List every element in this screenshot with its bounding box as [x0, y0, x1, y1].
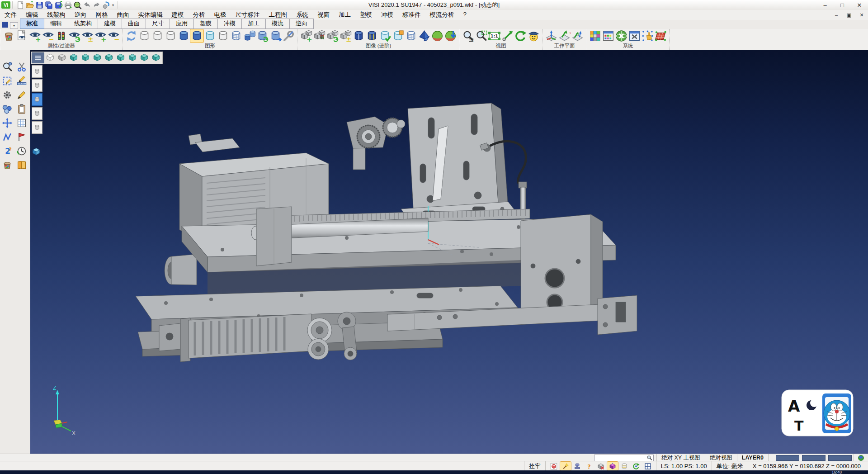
- menu-文件[interactable]: 文件: [0, 10, 21, 20]
- rotate-snap-button[interactable]: [631, 462, 642, 470]
- zoom-window-icon[interactable]: [475, 29, 488, 43]
- crop-frame-icon[interactable]: [2, 76, 13, 86]
- color-swatch-1[interactable]: [776, 455, 799, 461]
- workplane-align-icon[interactable]: [571, 29, 584, 43]
- eye-remove-icon[interactable]: −: [42, 29, 55, 43]
- cylinder-trash-icon[interactable]: [230, 29, 243, 43]
- cylinder-cyan-icon[interactable]: [203, 29, 217, 43]
- cylinder-check-icon[interactable]: [378, 29, 392, 43]
- book-icon[interactable]: [16, 160, 27, 171]
- lock-label[interactable]: 拴牢: [524, 461, 545, 471]
- grid-window-button[interactable]: [642, 462, 653, 470]
- doc-minimize-button[interactable]: –: [830, 11, 843, 19]
- tab-模流[interactable]: 模流: [265, 19, 290, 29]
- doc-close-button[interactable]: ✕: [855, 11, 868, 19]
- quick-access-dropdown-icon[interactable]: ▾: [110, 3, 116, 7]
- layer-stack-button[interactable]: [619, 462, 630, 470]
- zigzag-icon[interactable]: [2, 132, 13, 142]
- view-list-button[interactable]: [32, 52, 44, 63]
- cube-iso-2-button[interactable]: [80, 52, 91, 62]
- menu-视窗[interactable]: 视窗: [313, 10, 334, 20]
- zoom-select-icon[interactable]: [2, 62, 13, 72]
- palette-icon[interactable]: [2, 160, 13, 171]
- view-mode-indicator[interactable]: 绝对 XY 上视图: [656, 454, 705, 461]
- zoom-dynamic-icon[interactable]: ±: [462, 29, 475, 43]
- eye-refresh-icon[interactable]: [68, 29, 81, 43]
- color-palette-grid-icon[interactable]: [589, 29, 602, 43]
- cubes-refresh-icon[interactable]: [326, 29, 339, 43]
- window-tools-icon[interactable]: [628, 29, 641, 43]
- save-icon[interactable]: [35, 1, 44, 9]
- sphere-arrow-icon[interactable]: [444, 29, 457, 43]
- sphere-shaded-icon[interactable]: [431, 29, 444, 43]
- scissors-icon[interactable]: [16, 62, 27, 72]
- page-eye-icon[interactable]: [15, 29, 28, 43]
- macro-icon[interactable]: [102, 1, 110, 9]
- pencil-ruler-icon[interactable]: [16, 76, 27, 86]
- tab-逆向[interactable]: 逆向: [289, 19, 314, 29]
- menu-?[interactable]: ?: [459, 10, 472, 20]
- cube-iso-7-button[interactable]: [138, 52, 150, 62]
- cube-iso-3-button[interactable]: [91, 52, 103, 62]
- cone-blue-icon[interactable]: [418, 29, 431, 43]
- redo-icon[interactable]: [92, 1, 101, 9]
- cubes-plusminus-icon[interactable]: ±: [339, 29, 352, 43]
- cylinder-mesh-icon[interactable]: [405, 29, 418, 43]
- cube-flat-button[interactable]: [56, 52, 68, 62]
- cylinder-refresh-icon[interactable]: [256, 29, 269, 43]
- save-all-icon[interactable]: [54, 1, 63, 9]
- tab-塑膜[interactable]: 塑膜: [193, 19, 218, 29]
- tab-标准[interactable]: 标准: [20, 19, 44, 29]
- cylinder-blue-selected-icon[interactable]: [190, 29, 203, 43]
- mini-cyl-5-button[interactable]: [32, 121, 42, 134]
- menu-塑模[interactable]: 塑模: [355, 10, 377, 20]
- undo-icon[interactable]: [83, 1, 91, 9]
- globe-tools-icon[interactable]: [615, 29, 628, 43]
- color-swatch-3[interactable]: [828, 455, 852, 461]
- grid-plane-icon[interactable]: [654, 29, 667, 43]
- cylinder-outline-2-icon[interactable]: [151, 29, 164, 43]
- gear-edit-icon[interactable]: [2, 90, 13, 100]
- tab-应用[interactable]: 应用: [170, 19, 194, 29]
- preview-icon[interactable]: [73, 1, 82, 9]
- cylinder-outline-4-icon[interactable]: [217, 29, 230, 43]
- window-colors-icon[interactable]: [602, 29, 615, 43]
- globe-status-icon[interactable]: [854, 454, 868, 461]
- cube-delete-button[interactable]: [595, 462, 606, 470]
- mini-cyl-3-button[interactable]: [32, 93, 42, 106]
- move-cross-icon[interactable]: [2, 118, 13, 128]
- spheres-icon[interactable]: [2, 104, 13, 114]
- cylinder-outline-1-icon[interactable]: [138, 29, 151, 43]
- menu-标准件[interactable]: 标准件: [398, 10, 425, 20]
- eye-minus-icon[interactable]: −: [107, 29, 120, 43]
- pencil-icon[interactable]: [16, 90, 27, 100]
- search-icon[interactable]: [646, 455, 652, 461]
- cube-iso-6-button[interactable]: [127, 52, 138, 62]
- cubes-add-icon[interactable]: +: [300, 29, 313, 43]
- rotate-view-icon[interactable]: [514, 29, 527, 43]
- eye-add-icon[interactable]: +: [28, 29, 42, 43]
- history-clock-icon[interactable]: [16, 146, 27, 156]
- search-box[interactable]: [594, 455, 654, 461]
- globe-status-icon[interactable]: [858, 455, 864, 461]
- cylinder-copy-icon[interactable]: [269, 29, 282, 43]
- minimize-button[interactable]: –: [816, 0, 834, 9]
- mini-cyl-1-button[interactable]: [32, 65, 42, 78]
- cube-iso-4-button[interactable]: [103, 52, 115, 62]
- menu-模流分析[interactable]: 模流分析: [425, 10, 459, 20]
- workplane-move-icon[interactable]: ×: [558, 29, 571, 43]
- stamp-button[interactable]: [572, 462, 583, 470]
- new-file-icon[interactable]: [16, 1, 25, 9]
- cylinder-pair-icon[interactable]: [243, 29, 256, 43]
- palette-attr-icon[interactable]: [2, 29, 15, 43]
- workplane-axes-icon[interactable]: [545, 29, 558, 43]
- pan-view-icon[interactable]: [501, 29, 514, 43]
- snap-hand-icon[interactable]: [641, 29, 654, 43]
- zoom-one-to-one-icon[interactable]: 1:1: [488, 29, 501, 43]
- traffic-filter-icon[interactable]: [55, 29, 68, 43]
- cube-iso-1-button[interactable]: [68, 52, 80, 62]
- menu-加工[interactable]: 加工: [334, 10, 355, 20]
- cylinder-blue-icon[interactable]: [177, 29, 190, 43]
- eye-plusminus-icon[interactable]: ±: [81, 29, 94, 43]
- refresh-blue-icon[interactable]: [125, 29, 138, 43]
